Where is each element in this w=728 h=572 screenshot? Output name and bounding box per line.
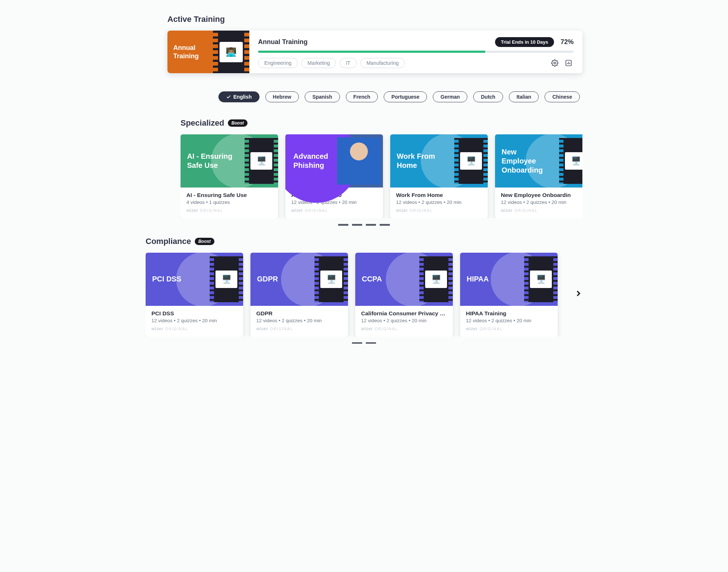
brand-label: wizerORIGINAL — [256, 326, 342, 331]
brand-label: wizerORIGINAL — [361, 326, 447, 331]
tag-pill[interactable]: Engineering — [258, 58, 298, 68]
course-card[interactable]: HIPAA🖥️HIPAA Training12 videos • 2 quizz… — [460, 253, 558, 336]
course-meta: 12 videos • 2 quizzes • 20 min — [396, 200, 482, 205]
language-pill[interactable]: English — [218, 91, 260, 102]
chevron-right-icon[interactable] — [572, 287, 585, 300]
course-card[interactable]: Work From Home🖥️Work From Home12 videos … — [390, 134, 488, 218]
tag-pill[interactable]: IT — [340, 58, 356, 68]
brand-label: wizerORIGINAL — [501, 208, 582, 213]
brand-label: wizerORIGINAL — [396, 208, 482, 213]
svg-point-0 — [554, 62, 556, 64]
language-row: EnglishHebrewSpanishFrenchPortugueseGerm… — [218, 91, 582, 102]
brand-label: wizerORIGINAL — [186, 208, 272, 213]
language-pill[interactable]: German — [433, 91, 467, 102]
course-card[interactable]: Advanced PhishingAnnual Training 2012 vi… — [285, 134, 383, 218]
course-title: California Consumer Privacy … — [361, 310, 447, 317]
course-title: HIPAA Training — [466, 310, 552, 317]
language-pill[interactable]: Dutch — [473, 91, 503, 102]
course-meta: 12 videos • 2 quizzes • 20 min — [151, 318, 237, 323]
specialized-carousel: AI - Ensuring Safe Use🖥️AI - Ensuring Sa… — [181, 134, 582, 218]
course-title: AI - Ensuring Safe Use — [186, 192, 272, 198]
brand-label: wizerORIGINAL — [466, 326, 552, 331]
course-thumbnail: GDPR🖥️ — [250, 253, 348, 306]
brand-label: wizerORIGINAL — [291, 208, 377, 213]
tag-pill[interactable]: Manufacturing — [360, 58, 405, 68]
course-title: GDPR — [256, 310, 342, 317]
course-title: New Employee Onboardin — [501, 192, 582, 198]
carousel-dots[interactable] — [146, 224, 582, 226]
course-card[interactable]: PCI DSS🖥️PCI DSS12 videos • 2 quizzes • … — [146, 253, 243, 336]
section-heading-compliance: Compliance Boost — [146, 237, 582, 246]
carousel-dots[interactable] — [146, 342, 582, 344]
check-icon — [226, 94, 231, 99]
tag-pill[interactable]: Marketing — [301, 58, 336, 68]
language-pill[interactable]: Italian — [509, 91, 539, 102]
progress-bar — [258, 51, 574, 53]
bar-chart-icon[interactable] — [563, 58, 574, 68]
course-title: Work From Home — [396, 192, 482, 198]
course-meta: 12 videos • 2 quizzes • 20 min — [501, 200, 582, 205]
course-card[interactable]: AI - Ensuring Safe Use🖥️AI - Ensuring Sa… — [181, 134, 278, 218]
course-meta: 12 videos • 2 quizzes • 20 min — [361, 318, 447, 323]
boost-badge: Boost — [228, 119, 248, 127]
active-thumbnail: Annual Training 👨🏽‍💻 — [167, 31, 249, 73]
language-pill[interactable]: Portuguese — [384, 91, 427, 102]
course-card[interactable]: New Employee Onboarding🖥️New Employee On… — [495, 134, 582, 218]
course-thumbnail: CCPA🖥️ — [355, 253, 453, 306]
chevron-right-icon[interactable] — [572, 169, 585, 181]
language-pill[interactable]: French — [346, 91, 378, 102]
course-thumbnail: Advanced Phishing — [285, 134, 383, 188]
course-title: PCI DSS — [151, 310, 237, 317]
language-pill[interactable]: Chinese — [545, 91, 579, 102]
trial-badge: Trial Ends in 10 Days — [495, 37, 554, 47]
course-meta: 12 videos • 2 quizzes • 20 min — [256, 318, 342, 323]
language-pill[interactable]: Spanish — [305, 91, 340, 102]
course-thumbnail: New Employee Onboarding🖥️ — [495, 134, 582, 188]
compliance-carousel: PCI DSS🖥️PCI DSS12 videos • 2 quizzes • … — [146, 253, 582, 336]
film-strip: 👨🏽‍💻 — [213, 31, 249, 73]
boost-badge: Boost — [195, 238, 214, 245]
course-thumbnail: AI - Ensuring Safe Use🖥️ — [181, 134, 278, 188]
brand-label: wizerORIGINAL — [151, 326, 237, 331]
section-heading-specialized: Specialized Boost — [146, 118, 582, 128]
course-meta: 12 videos • 2 quizzes • 20 min — [466, 318, 552, 323]
active-training-card[interactable]: Annual Training 👨🏽‍💻 Annual Training Tri… — [167, 31, 582, 73]
progress-percent: 72% — [561, 38, 574, 46]
course-card[interactable]: CCPA🖥️California Consumer Privacy …12 vi… — [355, 253, 453, 336]
section-heading-active: Active Training — [146, 15, 582, 24]
course-card[interactable]: GDPR🖥️GDPR12 videos • 2 quizzes • 20 min… — [250, 253, 348, 336]
language-pill[interactable]: Hebrew — [265, 91, 299, 102]
gear-icon[interactable] — [550, 58, 560, 68]
course-thumbnail: HIPAA🖥️ — [460, 253, 558, 306]
course-meta: 4 videos • 1 quizzes — [186, 200, 272, 205]
active-title: Annual Training — [258, 38, 308, 46]
course-thumbnail: PCI DSS🖥️ — [146, 253, 243, 306]
course-thumbnail: Work From Home🖥️ — [390, 134, 488, 188]
